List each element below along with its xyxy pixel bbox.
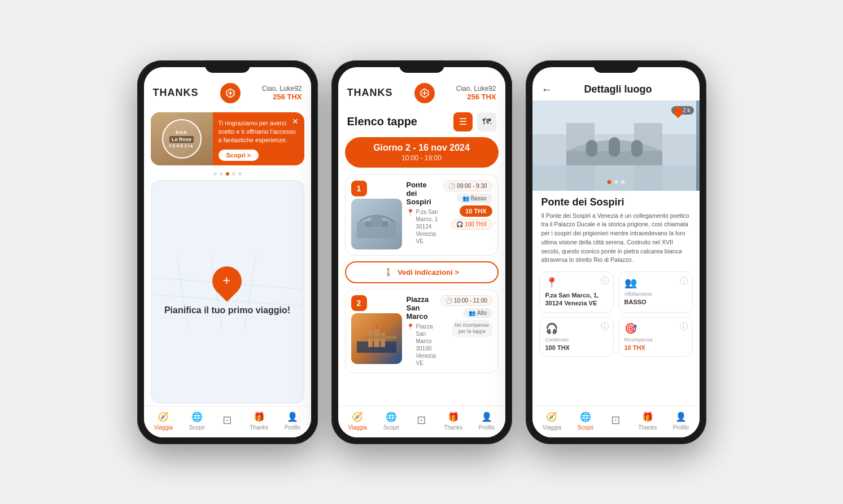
- bottom-nav-1: 🧭 Viaggia 🌐 Scopri ⊡ 🎁 Thanks 👤 Profilo: [144, 406, 311, 437]
- info-icon-content[interactable]: i: [601, 322, 609, 330]
- user-info-2: Ciao, Luke92 256 THX: [456, 85, 496, 101]
- svg-rect-6: [371, 216, 382, 227]
- promo-image: B&B Le Rose VENEZIA: [151, 112, 213, 165]
- no-reward-badge: No ricompenseper la tappa: [452, 320, 493, 338]
- nav-scopri-1[interactable]: 🌐 Scopri: [189, 411, 205, 431]
- map-placeholder[interactable]: + Pianifica il tuo primo viaggio!: [151, 180, 304, 404]
- bb-city: VENEZIA: [169, 144, 194, 148]
- section-header-2: Elenco tappe ☰ 🗺: [338, 108, 505, 134]
- notch-3: [593, 60, 639, 73]
- logo-text-2: THANKS: [347, 87, 393, 99]
- detail-grid: i 📍 P.za San Marco, 1,30124 Venezia VE i…: [532, 269, 700, 359]
- stop-meta-1: 🕐 09:00 - 9:30 👥 Basso 10 THX 🎧 100 THX: [443, 181, 492, 249]
- detail-title: Dettagli luogo: [560, 84, 677, 95]
- logo-text-1: THANKS: [153, 87, 199, 99]
- dot-2[interactable]: [220, 172, 223, 176]
- scopri-icon-1: 🌐: [191, 411, 203, 423]
- nav-scan-3[interactable]: ⊡: [610, 414, 622, 427]
- viaggia-icon-1: 🧭: [157, 411, 169, 423]
- nav-thanks-3[interactable]: 🎁 Thanks: [638, 411, 657, 431]
- info-icon-address[interactable]: i: [601, 277, 609, 284]
- dot-3-active[interactable]: [226, 172, 229, 176]
- stop-name-1: Ponte dei Sospiri: [407, 181, 439, 206]
- stop-num-1: 1: [351, 181, 367, 196]
- place-name: Ponte dei Sospiri: [532, 191, 700, 212]
- svg-rect-23: [532, 165, 696, 191]
- bottom-nav-2: 🧭 Viaggia 🌐 Scopri ⊡ 🎁 Thanks 👤 Profilo: [338, 406, 505, 437]
- view-toggle: ☰ 🗺: [453, 112, 496, 132]
- profilo-icon-1: 👤: [286, 411, 299, 423]
- dot-4[interactable]: [232, 172, 235, 176]
- nav-profilo-3[interactable]: 👤 Profilo: [673, 411, 689, 431]
- detail-card-content: i 🎧 Contenuto 100 THX: [539, 317, 614, 357]
- nav-viaggia-1[interactable]: 🧭 Viaggia: [154, 411, 173, 431]
- hero-dot-1[interactable]: [607, 180, 611, 184]
- svg-rect-7: [365, 221, 371, 227]
- stop-image-2: [351, 313, 402, 364]
- stop-address-1: 📍 P.za San Marco, 130124 Venezia VE: [407, 208, 439, 245]
- svg-rect-12: [381, 333, 385, 347]
- nav-viaggia-2[interactable]: 🧭 Viaggia: [348, 411, 367, 431]
- info-icon-crowd[interactable]: i: [680, 277, 688, 284]
- screen-3: ← Dettagli luogo: [532, 67, 700, 437]
- bb-text: B&B: [176, 130, 187, 135]
- nav-scan-1[interactable]: ⊡: [221, 414, 234, 427]
- nav-thanks-1[interactable]: 🎁 Thanks: [250, 411, 268, 431]
- screen-2: THANKS Ciao, Luke92 256 THX Elenco tappe…: [338, 67, 505, 437]
- dot-1[interactable]: [213, 172, 217, 176]
- crowd-badge-1: 👥 Basso: [457, 194, 492, 203]
- hero-dot-3[interactable]: [621, 180, 624, 184]
- screen-1: THANKS Ciao, Luke92 256 THX B&B Le Rose …: [144, 67, 311, 437]
- nav-scan-2[interactable]: ⊡: [416, 414, 428, 427]
- crowd-badge-2: 👥 Alto: [463, 308, 492, 318]
- place-description: Il Ponte dei Sospiri a Venezia è un coll…: [532, 212, 700, 270]
- map-view-btn[interactable]: 🗺: [477, 112, 496, 132]
- svg-rect-20: [586, 140, 597, 157]
- detail-card-reward: i 🎯 Ricompensa 10 THX: [618, 317, 693, 357]
- directions-button[interactable]: 🚶 Vedi indicazioni >: [345, 261, 499, 283]
- user-info-1: Ciao, Luke92 256 THX: [262, 85, 302, 101]
- thanks-icon-1: 🎁: [253, 411, 265, 423]
- day-pill: Giorno 2 - 16 nov 2024 10:00 - 19:00: [345, 137, 499, 168]
- dot-5[interactable]: [238, 172, 242, 176]
- stop-card-2[interactable]: 2: [345, 289, 499, 373]
- close-promo-button[interactable]: ✕: [292, 117, 299, 126]
- map-pin-icon: +: [207, 260, 248, 302]
- hero-dot-2[interactable]: [614, 180, 618, 184]
- back-button[interactable]: ←: [541, 83, 553, 96]
- promo-card: B&B Le Rose VENEZIA Ti ringraziamo per a…: [151, 112, 304, 165]
- day-time: 10:00 - 19:00: [354, 154, 490, 162]
- nav-profilo-2[interactable]: 👤 Profilo: [479, 411, 495, 431]
- svg-rect-13: [362, 336, 396, 339]
- phone-3: ← Dettagli luogo: [526, 60, 706, 444]
- phone-1: THANKS Ciao, Luke92 256 THX B&B Le Rose …: [137, 60, 318, 444]
- svg-rect-8: [382, 221, 388, 227]
- nav-profilo-1[interactable]: 👤 Profilo: [285, 411, 300, 431]
- bb-badge: B&B Le Rose VENEZIA: [162, 119, 202, 159]
- promo-text: Ti ringraziamo per averci scelto e ti of…: [213, 112, 304, 165]
- stop-image-1: [351, 199, 402, 249]
- nav-viaggia-3[interactable]: 🧭 Viaggia: [543, 411, 561, 431]
- stop-name-2: Piazza San Marco: [407, 295, 436, 321]
- audio-badge-1: 🎧 100 THX: [451, 219, 492, 230]
- stop-card-1[interactable]: 1 Ponte d: [345, 174, 499, 256]
- scopri-button[interactable]: Scopri >: [219, 150, 259, 161]
- nav-thanks-2[interactable]: 🎁 Thanks: [444, 411, 462, 431]
- day-label: Giorno 2 - 16 nov 2024: [354, 143, 490, 153]
- bb-name: Le Rose: [169, 136, 194, 143]
- phone-2: THANKS Ciao, Luke92 256 THX Elenco tappe…: [331, 60, 512, 444]
- bottom-nav-3: 🧭 Viaggia 🌐 Scopri ⊡ 🎁 Thanks 👤 Profilo: [532, 406, 700, 437]
- info-icon-reward[interactable]: i: [680, 322, 688, 330]
- content-2: Elenco tappe ☰ 🗺 Giorno 2 - 16 nov 2024 …: [338, 108, 505, 406]
- list-view-btn[interactable]: ☰: [453, 112, 473, 132]
- nav-scopri-2[interactable]: 🌐 Scopri: [383, 411, 399, 431]
- hero-carousel-dots: [607, 180, 624, 184]
- nav-scopri-3[interactable]: 🌐 Scopri: [578, 411, 593, 431]
- map-caption: Pianifica il tuo primo viaggio!: [164, 305, 290, 317]
- svg-rect-22: [631, 140, 643, 157]
- time-badge-2: 🕐 10:00 - 11:00: [440, 295, 492, 306]
- header-2: THANKS Ciao, Luke92 256 THX: [338, 67, 505, 108]
- section-title-2: Elenco tappe: [347, 115, 417, 128]
- stop-meta-2: 🕐 10:00 - 11:00 👥 Alto No ricompenseper …: [440, 295, 492, 367]
- notch-2: [399, 60, 444, 73]
